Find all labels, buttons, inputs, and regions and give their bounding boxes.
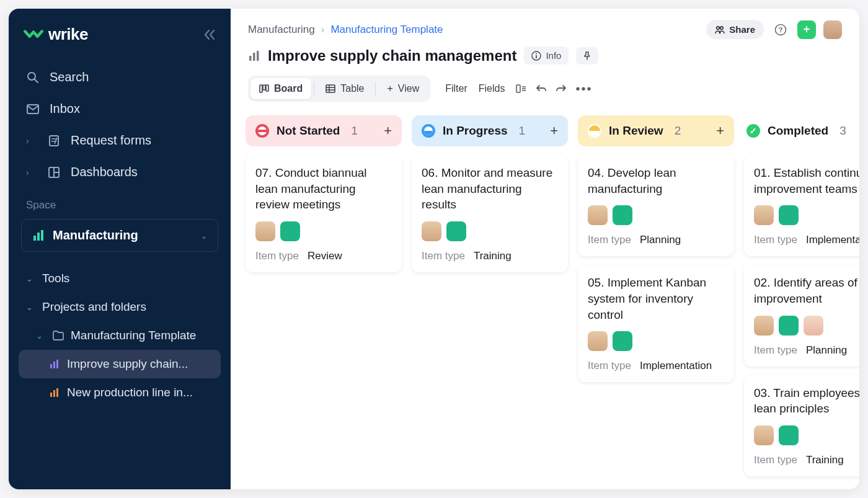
table-icon: [326, 84, 335, 94]
card[interactable]: 05. Implement Kanban system for inventor…: [578, 265, 734, 382]
breadcrumb-leaf[interactable]: Manufacturing Template: [330, 24, 443, 36]
avatar[interactable]: [779, 205, 799, 225]
page-title: Improve supply chain management: [268, 47, 516, 64]
view-tab-board[interactable]: Board: [250, 78, 311, 99]
avatar[interactable]: [804, 316, 823, 336]
column-header[interactable]: In Progress 1 +: [412, 115, 568, 146]
info-chip[interactable]: Info: [524, 47, 569, 64]
avatar[interactable]: [422, 221, 441, 241]
view-tab-table[interactable]: Table: [317, 78, 373, 99]
avatar[interactable]: [779, 316, 799, 336]
card-avatars: [588, 205, 724, 225]
add-view-label: View: [398, 83, 419, 94]
redo-icon[interactable]: [556, 84, 567, 93]
card-title: 03. Train employees on lean principles: [754, 385, 859, 417]
add-card-button[interactable]: +: [550, 123, 558, 139]
tree-other-project[interactable]: New production line in...: [9, 378, 231, 407]
column-header[interactable]: Not Started 1 +: [246, 115, 402, 146]
folder-icon: [52, 329, 64, 342]
avatar[interactable]: [754, 205, 774, 225]
meta-value: Planning: [640, 234, 681, 246]
avatar[interactable]: [754, 316, 774, 336]
column-title: In Progress: [443, 124, 508, 138]
card-avatars: [588, 331, 724, 351]
pin-button[interactable]: [576, 47, 598, 64]
more-icon[interactable]: •••: [575, 82, 592, 96]
tree-template-label: Manufacturing Template: [71, 329, 196, 342]
add-button[interactable]: +: [797, 20, 816, 39]
card-meta: Item type Planning: [754, 344, 859, 357]
dashboard-icon: [47, 166, 61, 179]
card-meta: Item type Review: [255, 250, 392, 262]
help-button[interactable]: ?: [771, 20, 790, 39]
nav-inbox[interactable]: Inbox: [9, 93, 231, 125]
column-header[interactable]: ✓ Completed 3 +: [744, 115, 859, 146]
share-button[interactable]: Share: [706, 20, 764, 39]
undo-icon[interactable]: [536, 84, 547, 93]
board-icon: [259, 84, 269, 94]
card-avatars: [754, 425, 859, 445]
add-view-button[interactable]: + View: [378, 78, 428, 99]
card-meta: Item type Training: [754, 454, 859, 466]
card-title: 06. Monitor and measure lean manufacturi…: [422, 165, 558, 213]
avatar[interactable]: [779, 425, 799, 445]
add-card-button[interactable]: +: [384, 123, 392, 139]
share-label: Share: [729, 24, 755, 35]
svg-rect-28: [266, 85, 268, 91]
meta-key: Item type: [754, 234, 797, 246]
collapse-sidebar-icon[interactable]: [203, 29, 216, 40]
nav-dashboards[interactable]: › Dashboards: [9, 156, 231, 188]
svg-rect-21: [253, 53, 255, 61]
column-in-review: In Review 2 + 04. Develop lean manufactu…: [578, 115, 734, 489]
avatar[interactable]: [613, 331, 632, 351]
card[interactable]: 04. Develop lean manufacturing Item type…: [578, 155, 734, 256]
avatar[interactable]: [446, 221, 466, 241]
svg-rect-29: [326, 85, 335, 92]
view-tab-table-label: Table: [340, 83, 364, 94]
column-count: 3: [839, 124, 846, 138]
card[interactable]: 03. Train employees on lean principles I…: [744, 375, 859, 476]
column-count: 2: [675, 124, 681, 138]
avatar[interactable]: [613, 205, 632, 225]
main-content: Manufacturing › Manufacturing Template S…: [231, 9, 859, 489]
card[interactable]: 01. Establish continuous improvement tea…: [744, 155, 859, 256]
column-header[interactable]: In Review 2 +: [578, 115, 734, 146]
svg-point-25: [536, 53, 537, 54]
board: Not Started 1 + 07. Conduct biannual lea…: [231, 110, 859, 489]
logo[interactable]: wrike: [24, 25, 88, 44]
card-title: 04. Develop lean manufacturing: [588, 165, 724, 197]
meta-value: Training: [806, 454, 844, 466]
tree-active-project[interactable]: Improve supply chain...: [19, 350, 221, 378]
card-avatars: [255, 221, 392, 241]
tree-projects[interactable]: ⌄ Projects and folders: [9, 293, 231, 321]
filter-button[interactable]: Filter: [445, 83, 467, 94]
tree-tools[interactable]: ⌄ Tools: [9, 264, 231, 293]
avatar[interactable]: [255, 221, 275, 241]
expand-icon[interactable]: [516, 84, 527, 94]
avatar[interactable]: [280, 221, 300, 241]
breadcrumb-root[interactable]: Manufacturing: [248, 24, 315, 36]
card[interactable]: 07. Conduct biannual lean manufacturing …: [246, 155, 402, 272]
card[interactable]: 02. Identify areas of improvement Item t…: [744, 265, 859, 366]
nav-request-forms[interactable]: › Request forms: [9, 125, 231, 156]
meta-value: Review: [308, 250, 342, 262]
svg-rect-20: [249, 56, 252, 61]
avatar[interactable]: [588, 331, 608, 351]
fields-button[interactable]: Fields: [479, 83, 505, 94]
card-avatars: [754, 316, 859, 336]
add-card-button[interactable]: +: [716, 123, 724, 139]
svg-rect-12: [56, 360, 58, 368]
title-row: Improve supply chain management Info: [248, 47, 842, 64]
nav-search[interactable]: Search: [9, 61, 231, 93]
user-avatar[interactable]: [823, 20, 842, 39]
avatar[interactable]: [754, 425, 774, 445]
tree-template[interactable]: ⌄ Manufacturing Template: [9, 321, 231, 350]
card[interactable]: 06. Monitor and measure lean manufacturi…: [412, 155, 568, 272]
project-icon: [48, 386, 61, 399]
svg-line-1: [35, 79, 38, 82]
sidebar-tree: ⌄ Tools ⌄ Projects and folders ⌄ Manufac…: [9, 257, 231, 407]
space-selector[interactable]: Manufacturing ⌄: [21, 219, 218, 252]
svg-rect-9: [41, 230, 43, 241]
avatar[interactable]: [588, 205, 608, 225]
meta-value: Planning: [806, 344, 847, 357]
